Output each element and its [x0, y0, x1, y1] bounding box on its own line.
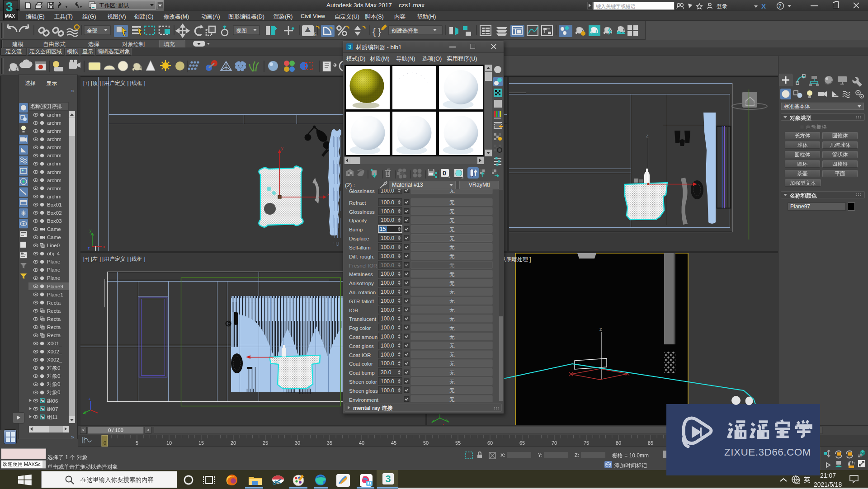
svg-text:Refract: Refract: [349, 200, 366, 206]
svg-text:55: 55: [455, 440, 461, 446]
svg-text:无: 无: [449, 307, 455, 313]
svg-text:组11: 组11: [47, 414, 57, 420]
svg-text:obj_4: obj_4: [47, 251, 60, 256]
svg-text:5: 5: [136, 440, 138, 446]
svg-text:35: 35: [327, 440, 332, 446]
svg-text:创建选择集: 创建选择集: [391, 28, 419, 34]
svg-text:0: 0: [443, 169, 446, 177]
svg-text:}: }: [378, 26, 381, 37]
svg-text:对象0: 对象0: [47, 390, 60, 395]
svg-text:15: 15: [380, 226, 386, 232]
svg-text:Sheen color: Sheen color: [349, 379, 377, 385]
svg-text:100.0: 100.0: [381, 378, 394, 385]
svg-text:GTR falloff: GTR falloff: [349, 298, 374, 304]
svg-text:Recta: Recta: [47, 333, 61, 338]
svg-text:Bump: Bump: [349, 226, 363, 232]
svg-text:70: 70: [552, 440, 557, 446]
svg-text:对象0: 对象0: [47, 365, 60, 371]
svg-text:100.0: 100.0: [381, 334, 394, 340]
svg-text:Glossiness: Glossiness: [349, 189, 375, 194]
svg-text:无: 无: [449, 316, 455, 322]
svg-text:100.0: 100.0: [381, 271, 394, 277]
svg-text:登录: 登录: [717, 3, 727, 9]
svg-text:Opacity: Opacity: [349, 217, 367, 223]
svg-text:100.0: 100.0: [381, 208, 394, 215]
svg-text:无: 无: [449, 189, 455, 193]
svg-text:100.0: 100.0: [381, 262, 394, 268]
svg-text:无: 无: [449, 272, 455, 277]
svg-text:Plane: Plane: [47, 275, 60, 281]
svg-text:无: 无: [449, 325, 455, 331]
svg-text:archm: archm: [47, 186, 61, 191]
svg-text:50: 50: [423, 440, 429, 446]
svg-text:Environment: Environment: [349, 397, 379, 402]
svg-text:15: 15: [198, 440, 204, 446]
svg-text:Recta: Recta: [47, 324, 61, 330]
svg-text:x: x: [103, 244, 105, 249]
svg-text:对象0: 对象0: [47, 373, 60, 379]
svg-text:100.0: 100.0: [381, 324, 394, 331]
svg-text:无: 无: [449, 298, 455, 304]
svg-text:X002_: X002_: [47, 357, 62, 362]
svg-text:无: 无: [449, 361, 455, 367]
svg-text:2: 2: [308, 26, 313, 36]
svg-text:无: 无: [449, 370, 455, 376]
svg-text:无: 无: [449, 218, 455, 223]
svg-text:100.0: 100.0: [381, 387, 394, 394]
svg-text:组06: 组06: [47, 398, 58, 404]
svg-text:z: z: [88, 246, 90, 250]
svg-text:Anisotropy: Anisotropy: [349, 280, 374, 286]
svg-text:Box01: Box01: [47, 202, 62, 207]
svg-text:Came: Came: [47, 235, 61, 240]
svg-text:100.0: 100.0: [381, 253, 394, 259]
svg-text:An. rotation: An. rotation: [349, 289, 376, 295]
svg-text:无: 无: [449, 334, 455, 340]
svg-text:Coat color: Coat color: [349, 361, 373, 367]
svg-text:100.0: 100.0: [381, 360, 394, 367]
svg-text:y: y: [281, 146, 283, 150]
svg-text:y: y: [90, 228, 92, 233]
svg-text:无: 无: [449, 227, 455, 232]
svg-text:Translucent: Translucent: [349, 316, 377, 322]
svg-text:无: 无: [449, 281, 455, 286]
svg-text:Plane9: Plane9: [47, 284, 63, 289]
svg-text:Fog color: Fog color: [349, 325, 371, 331]
svg-text:archm: archm: [47, 169, 61, 175]
svg-text:IOR: IOR: [349, 307, 359, 313]
svg-text:100.0: 100.0: [381, 244, 394, 250]
svg-text:Coat gloss: Coat gloss: [349, 343, 374, 349]
svg-text:Diff. rough.: Diff. rough.: [349, 254, 375, 259]
svg-text:100.0: 100.0: [381, 199, 394, 206]
svg-text:无: 无: [449, 352, 455, 357]
svg-text:X002_: X002_: [47, 349, 62, 354]
svg-text:archm: archm: [47, 145, 61, 150]
svg-text:Plane: Plane: [47, 259, 60, 264]
svg-text:100.0: 100.0: [381, 235, 394, 241]
svg-text:Z: Z: [646, 134, 649, 138]
svg-text:75: 75: [584, 440, 589, 446]
svg-text:Recta: Recta: [47, 300, 61, 306]
svg-text:60: 60: [487, 440, 493, 446]
svg-text:Displace: Displace: [349, 235, 369, 241]
svg-text:无: 无: [449, 289, 455, 295]
svg-text:archm: archm: [47, 136, 61, 142]
svg-text:45: 45: [391, 440, 396, 446]
svg-text:Plane: Plane: [47, 267, 60, 273]
svg-text:Coat amoun: Coat amoun: [349, 334, 377, 340]
svg-text:X001_: X001_: [47, 341, 62, 346]
svg-text:Recta: Recta: [47, 308, 61, 314]
svg-text:25: 25: [263, 440, 268, 446]
svg-text:archm: archm: [47, 128, 61, 134]
svg-text:对象0: 对象0: [47, 381, 60, 387]
svg-text:视图: 视图: [236, 28, 247, 34]
svg-text:Recta: Recta: [47, 316, 61, 322]
svg-text:全部: 全部: [87, 28, 98, 34]
svg-text:archm: archm: [47, 120, 61, 126]
svg-text:Self-illum: Self-illum: [349, 244, 371, 250]
svg-text:85: 85: [648, 440, 653, 446]
svg-text:无: 无: [449, 209, 455, 214]
svg-text:100.0: 100.0: [381, 307, 394, 313]
svg-text:Line0: Line0: [47, 243, 60, 248]
svg-text:无: 无: [449, 200, 455, 205]
svg-text:100.0: 100.0: [381, 298, 394, 304]
